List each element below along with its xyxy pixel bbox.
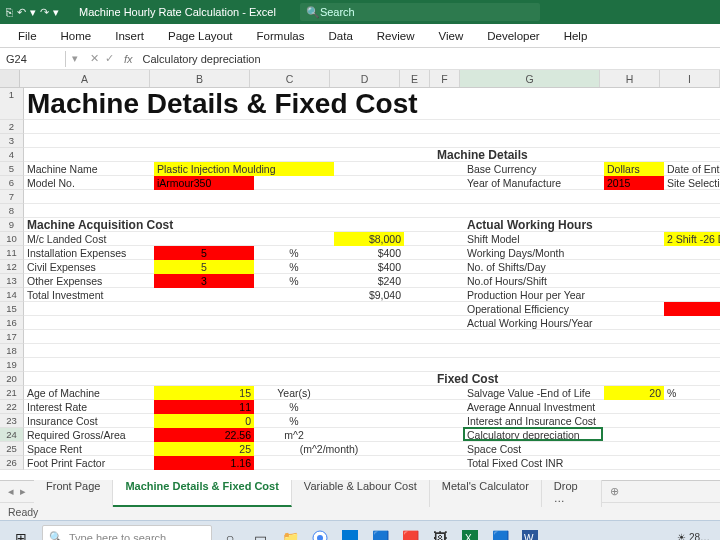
ribbon-tab-home[interactable]: Home xyxy=(49,26,104,46)
col-header-E[interactable]: E xyxy=(400,70,430,87)
row-header-10[interactable]: 10 xyxy=(0,232,24,246)
row-header-23[interactable]: 23 xyxy=(0,414,24,428)
cell-G16[interactable]: Actual Working Hours/Year xyxy=(464,316,604,330)
cell-G26[interactable]: Total Fixed Cost INR xyxy=(464,456,604,470)
cell-H6[interactable]: 2015 xyxy=(604,176,664,190)
save-icon[interactable]: ⎘ xyxy=(6,6,13,18)
cell-G11[interactable]: Working Days/Month xyxy=(464,246,604,260)
cell-D12[interactable]: $400 xyxy=(334,260,404,274)
row-header-20[interactable]: 20 xyxy=(0,372,24,386)
cell-G25[interactable]: Space Cost xyxy=(464,442,604,456)
row-header-1[interactable]: 1 xyxy=(0,88,24,120)
col-header-A[interactable]: A xyxy=(20,70,150,87)
ribbon-tab-page-layout[interactable]: Page Layout xyxy=(156,26,245,46)
sheet-tab-4[interactable]: Drop … xyxy=(542,477,602,507)
cell-A5[interactable]: Machine Name xyxy=(24,162,154,176)
ribbon-tab-review[interactable]: Review xyxy=(365,26,427,46)
row-header-21[interactable]: 21 xyxy=(0,386,24,400)
ribbon-tab-file[interactable]: File xyxy=(6,26,49,46)
cell-D11[interactable]: $400 xyxy=(334,246,404,260)
cell-B12[interactable]: 5 xyxy=(154,260,254,274)
row-header-19[interactable]: 19 xyxy=(0,358,24,372)
cell-B6[interactable]: iArmour350 xyxy=(154,176,254,190)
ribbon-tab-view[interactable]: View xyxy=(427,26,476,46)
cell-A21[interactable]: Age of Machine xyxy=(24,386,154,400)
ribbon-tab-insert[interactable]: Insert xyxy=(103,26,156,46)
row-header-7[interactable]: 7 xyxy=(0,190,24,204)
cell-G10[interactable]: Shift Model xyxy=(464,232,604,246)
new-sheet-icon[interactable]: ⊕ xyxy=(610,485,619,498)
spreadsheet-grid[interactable]: 1234567891011121314151617181920212223242… xyxy=(0,88,720,480)
cell-H5[interactable]: Dollars xyxy=(604,162,664,176)
cortana-icon[interactable]: ○ xyxy=(216,524,244,541)
cell-F20[interactable]: Fixed Cost xyxy=(434,372,664,386)
ribbon-tab-help[interactable]: Help xyxy=(552,26,600,46)
cell-C12[interactable]: % xyxy=(254,260,334,274)
undo-icon[interactable]: ↶ xyxy=(17,6,26,19)
row-header-5[interactable]: 5 xyxy=(0,162,24,176)
cell-C25[interactable]: (m^2/month) xyxy=(254,442,404,456)
cell-F4[interactable]: Machine Details xyxy=(434,148,664,162)
fx-icon[interactable]: fx xyxy=(120,53,137,65)
cell-D10[interactable]: $8,000 xyxy=(334,232,404,246)
col-header-B[interactable]: B xyxy=(150,70,250,87)
row-header-17[interactable]: 17 xyxy=(0,330,24,344)
cell-A26[interactable]: Foot Print Factor xyxy=(24,456,154,470)
cell-B26[interactable]: 1.16 xyxy=(154,456,254,470)
ribbon-tab-formulas[interactable]: Formulas xyxy=(245,26,317,46)
cell-G15[interactable]: Operational Efficiency xyxy=(464,302,604,316)
cell-B24[interactable]: 22.56 xyxy=(154,428,254,442)
row-header-14[interactable]: 14 xyxy=(0,288,24,302)
taskbar-clock[interactable]: ☀ 28… xyxy=(671,532,716,540)
app-icon[interactable]: 🟦 xyxy=(366,524,394,541)
sheet-nav[interactable]: ◂▸ xyxy=(0,485,34,498)
cell-G21[interactable]: Salvage Value -End of Life xyxy=(464,386,604,400)
cell-G23[interactable]: Interest and Insurance Cost xyxy=(464,414,604,428)
cell-B21[interactable]: 15 xyxy=(154,386,254,400)
cell-A13[interactable]: Other Expenses xyxy=(24,274,154,288)
row-header-24[interactable]: 24 xyxy=(0,428,24,442)
row-header-4[interactable]: 4 xyxy=(0,148,24,162)
ribbon-tab-data[interactable]: Data xyxy=(317,26,365,46)
app-icon-2[interactable]: 🟥 xyxy=(396,524,424,541)
select-all-corner[interactable] xyxy=(0,70,20,87)
row-header-18[interactable]: 18 xyxy=(0,344,24,358)
cell-H21[interactable]: 20 xyxy=(604,386,664,400)
cell-C13[interactable]: % xyxy=(254,274,334,288)
row-header-22[interactable]: 22 xyxy=(0,400,24,414)
namebox-dropdown-icon[interactable]: ▾ xyxy=(66,52,84,65)
col-header-D[interactable]: D xyxy=(330,70,400,87)
row-header-3[interactable]: 3 xyxy=(0,134,24,148)
sheet-tab-2[interactable]: Variable & Labour Cost xyxy=(292,477,430,507)
row-header-15[interactable]: 15 xyxy=(0,302,24,316)
cell-C21[interactable]: Year(s) xyxy=(254,386,334,400)
cell-A9[interactable]: Machine Acquisition Cost xyxy=(24,218,334,232)
taskbar-search[interactable]: 🔍 Type here to search xyxy=(42,525,212,541)
col-header-G[interactable]: G xyxy=(460,70,600,87)
col-header-F[interactable]: F xyxy=(430,70,460,87)
row-header-6[interactable]: 6 xyxy=(0,176,24,190)
cell-A22[interactable]: Interest Rate xyxy=(24,400,154,414)
app-icon-3[interactable]: 🖼 xyxy=(426,524,454,541)
cell-G9[interactable]: Actual Working Hours xyxy=(464,218,664,232)
row-header-26[interactable]: 26 xyxy=(0,456,24,470)
cell-A23[interactable]: Insurance Cost xyxy=(24,414,154,428)
cell-G12[interactable]: No. of Shifts/Day xyxy=(464,260,604,274)
cell-B11[interactable]: 5 xyxy=(154,246,254,260)
cell-G5[interactable]: Base Currency xyxy=(464,162,604,176)
row-header-25[interactable]: 25 xyxy=(0,442,24,456)
redo-icon[interactable]: ↷ xyxy=(40,6,49,19)
cell-C24[interactable]: m^2 xyxy=(254,428,334,442)
cell-C22[interactable]: % xyxy=(254,400,334,414)
search-box[interactable]: 🔍 Search xyxy=(300,3,540,21)
cell-D14[interactable]: $9,040 xyxy=(334,288,404,302)
cell-I5[interactable]: Date of Entry xyxy=(664,162,720,176)
cell-B23[interactable]: 0 xyxy=(154,414,254,428)
row-header-9[interactable]: 9 xyxy=(0,218,24,232)
explorer-icon[interactable]: 📁 xyxy=(276,524,304,541)
row-header-2[interactable]: 2 xyxy=(0,120,24,134)
vscode-icon[interactable] xyxy=(336,524,364,541)
sheet-tab-3[interactable]: Metal's Calculator xyxy=(430,477,542,507)
col-header-C[interactable]: C xyxy=(250,70,330,87)
row-header-16[interactable]: 16 xyxy=(0,316,24,330)
